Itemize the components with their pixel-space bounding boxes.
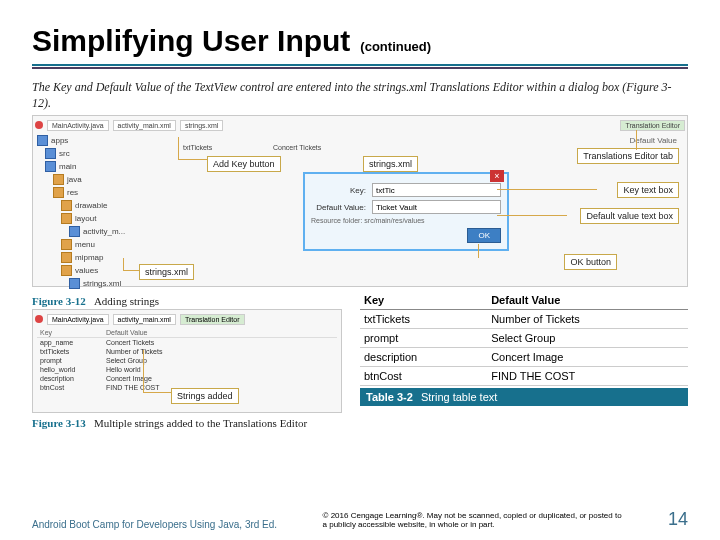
callout-strings-xml: strings.xml <box>363 156 418 172</box>
callout-default-box: Default value text box <box>580 208 679 224</box>
tab: activity_main.xml <box>113 120 176 131</box>
connector <box>143 350 144 392</box>
connector <box>478 244 479 258</box>
copyright: © 2016 Cengage Learning®. May not be sca… <box>323 512 623 530</box>
grid-val: Concert Tickets <box>273 144 321 151</box>
tab: activity_main.xml <box>113 314 176 325</box>
folder-icon <box>61 252 72 263</box>
figure-3-12-label: Figure 3-12Adding strings <box>32 295 342 307</box>
footer-left: Android Boot Camp for Developers Using J… <box>32 519 277 530</box>
callout-strings-xml-tree: strings.xml <box>139 264 194 280</box>
folder-icon <box>61 200 72 211</box>
folder-icon <box>37 135 48 146</box>
key-input <box>372 183 501 197</box>
connector <box>178 159 207 160</box>
grid-key: txtTickets <box>183 144 212 151</box>
folder-icon <box>45 148 56 159</box>
connector <box>497 189 597 190</box>
folder-icon <box>61 213 72 224</box>
strings-grid: KeyDefault Value app_nameConcert Tickets… <box>37 328 337 392</box>
table-row: txtTicketsNumber of Tickets <box>360 310 688 329</box>
folder-icon <box>45 161 56 172</box>
th-key: Key <box>360 291 487 310</box>
callout-strings-added: Strings added <box>171 388 239 404</box>
connector <box>497 215 567 216</box>
folder-icon <box>61 239 72 250</box>
lower-row: Figure 3-12Adding strings MainActivity.j… <box>32 291 688 431</box>
table-caption: Table 3-2String table text <box>360 388 688 406</box>
record-icon <box>35 121 43 129</box>
folder-icon <box>61 265 72 276</box>
tab: Translation Editor <box>180 314 245 325</box>
table-row: btnCostFIND THE COST <box>360 367 688 386</box>
callout-ok: OK button <box>564 254 617 270</box>
callout-editor-tab: Translations Editor tab <box>577 148 679 164</box>
intro-caption: The Key and Default Value of the TextVie… <box>32 80 688 111</box>
tab: strings.xml <box>180 120 223 131</box>
file-icon <box>69 278 80 289</box>
ok-button: OK <box>467 228 501 243</box>
title-row: Simplifying User Input (continued) <box>32 24 688 58</box>
lower-left: Figure 3-12Adding strings MainActivity.j… <box>32 291 342 431</box>
tab: MainActivity.java <box>47 314 109 325</box>
footer: Android Boot Camp for Developers Using J… <box>32 509 688 530</box>
screenshot-main: MainActivity.java activity_main.xml stri… <box>32 115 688 287</box>
file-icon <box>69 226 80 237</box>
callout-key-box: Key text box <box>617 182 679 198</box>
close-icon: × <box>490 170 504 182</box>
table-row: descriptionConcert Image <box>360 348 688 367</box>
editor-tab: Translation Editor <box>620 120 685 131</box>
connector <box>178 137 179 159</box>
record-icon <box>35 315 43 323</box>
default-value-label: Default Value: <box>311 203 366 212</box>
editor-tabs: MainActivity.java activity_main.xml stri… <box>35 118 685 132</box>
page-number: 14 <box>668 509 688 530</box>
folder-icon <box>53 174 64 185</box>
page-title: Simplifying User Input <box>32 24 350 58</box>
connector <box>123 258 124 270</box>
dialog-hint: Resource folder: src/main/res/values <box>311 217 501 224</box>
tab: MainActivity.java <box>47 120 109 131</box>
connector <box>123 270 139 271</box>
callout-add-key: Add Key button <box>207 156 281 172</box>
table-row: promptSelect Group <box>360 329 688 348</box>
default-value-input <box>372 200 501 214</box>
connector <box>636 130 637 150</box>
string-table: Key Default Value txtTicketsNumber of Ti… <box>360 291 688 386</box>
add-key-dialog: × Key: Default Value: Resource folder: s… <box>303 172 509 251</box>
figure-3-13-label: Figure 3-13Multiple strings added to the… <box>32 417 342 429</box>
slide: Simplifying User Input (continued) The K… <box>0 0 720 540</box>
title-rules <box>32 64 688 70</box>
connector <box>143 392 171 393</box>
th-default: Default Value <box>487 291 688 310</box>
key-label: Key: <box>311 186 366 195</box>
folder-icon <box>53 187 64 198</box>
screenshot-secondary: MainActivity.java activity_main.xml Tran… <box>32 309 342 413</box>
lower-right: Key Default Value txtTicketsNumber of Ti… <box>360 291 688 431</box>
continued-label: (continued) <box>360 39 431 54</box>
